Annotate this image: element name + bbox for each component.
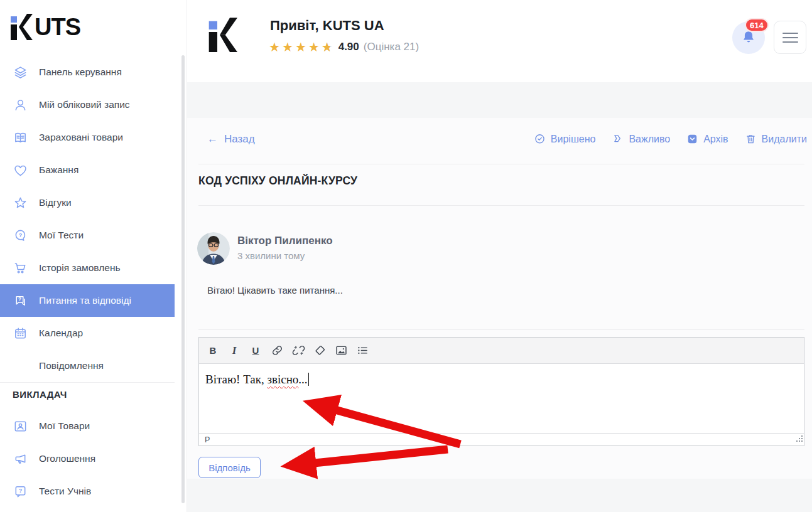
underline-button[interactable]: U [247,342,264,360]
qa-bubbles-icon: ? [13,293,28,308]
sidebar-teacher-nav: Мої Товари Оголошення ? Тести Учнів [0,410,175,508]
thread-panel: ← Назад Вирішено Важливо Архів [187,118,812,479]
sidebar-item-order-history[interactable]: Історія замовлень [0,252,175,284]
editor-text-area[interactable]: Вітаю! Так, звісно... [199,364,804,433]
divider [198,329,804,330]
greeting-prefix: Привіт, [270,18,319,33]
sidebar-item-wishlist[interactable]: Бажання [0,154,175,186]
account-avatar[interactable] [207,17,242,52]
reply-button[interactable]: Відповідь [198,457,261,478]
calendar-icon [13,326,28,341]
half-star-icon [322,40,333,54]
sidebar-item-label: Відгуки [39,197,72,208]
eraser-icon [313,344,327,357]
rating: 4.90 (Оцінка 21) [269,40,419,54]
reply-button-label: Відповідь [208,462,250,473]
hamburger-menu-button[interactable] [774,21,806,54]
sidebar-item-label: Бажання [39,164,78,176]
bullet-list-button[interactable] [354,342,371,360]
greeting: Привіт, KUTS UA [270,18,384,34]
divider [198,164,804,164]
sidebar-item-questions-answers[interactable]: ? Питання та відповіді [0,284,175,317]
sidebar-item-label: Мої Тести [39,230,84,241]
delete-label: Видалити [762,134,807,145]
no-icon [13,358,28,373]
archive-label: Архів [703,134,728,145]
hamburger-icon [782,33,798,34]
divider [198,205,804,206]
image-icon [335,344,348,357]
bold-button[interactable]: B [204,342,222,360]
star-icon [282,40,293,54]
sidebar-item-account[interactable]: Мій обліковий запис [0,88,175,121]
star-icon [269,40,280,54]
sidebar-item-student-tests[interactable]: ? Тести Учнів [0,475,175,508]
comment-text: Вітаю! Цікавить таке питання... [207,285,343,296]
check-circle-icon [534,133,546,145]
delete-button[interactable]: Видалити [745,133,807,145]
cart-icon [13,260,28,275]
heart-icon [13,163,28,178]
sidebar-item-calendar[interactable]: Календар [0,317,175,349]
resize-grip-icon[interactable] [795,435,803,445]
sidebar-item-announcements[interactable]: Оголошення [0,442,175,475]
text-cursor [308,373,310,386]
sidebar-item-enrolled[interactable]: Зараховані товари [0,121,175,154]
insert-image-button[interactable] [332,342,350,360]
back-arrow-icon: ← [207,133,218,146]
editor-text-before: Вітаю! Так, [205,373,268,386]
editor-status-bar: P [199,433,804,445]
svg-text:?: ? [18,488,22,494]
sidebar-divider [0,382,175,383]
remove-link-button[interactable] [290,342,307,360]
notification-count-badge: 614 [745,18,769,32]
id-card-icon [13,419,28,434]
main-content: ← Назад Вирішено Важливо Архів [187,82,812,512]
sidebar-item-label: Мої Товари [39,420,90,432]
back-link[interactable]: ← Назад [207,133,255,146]
sidebar-item-label: Мій обліковий запис [39,99,130,110]
important-button[interactable]: Важливо [612,133,670,145]
app-screen: UTS Панель керування Мій обліковий запис… [0,0,812,512]
reply-editor: B I U [198,337,804,446]
important-label: Важливо [629,134,670,145]
sidebar-item-my-tests[interactable]: ? Мої Тести [0,219,175,252]
svg-text:?: ? [18,232,22,238]
sidebar-nav: Панель керування Мій обліковий запис Зар… [0,56,175,382]
sidebar-scrollbar[interactable] [181,55,185,503]
rating-count: (Оцінка 21) [364,41,419,53]
list-icon [356,344,369,357]
sidebar-item-label: Питання та відповіді [39,295,131,306]
sidebar-item-label: Оголошення [39,453,95,464]
editor-text-after: ... [298,373,307,386]
layers-icon [13,65,28,80]
archive-icon [686,133,698,145]
sidebar-item-messages[interactable]: Повідомлення [0,349,175,382]
sidebar-item-label: Календар [39,328,83,339]
unlink-icon [292,344,305,357]
trash-icon [745,133,757,145]
sidebar-item-label: Повідомлення [39,360,104,371]
sidebar-item-reviews[interactable]: Відгуки [0,186,175,219]
sidebar-item-dashboard[interactable]: Панель керування [0,56,175,88]
brand-logo[interactable]: UTS [11,14,80,43]
book-icon [13,130,28,145]
sidebar: UTS Панель керування Мій обліковий запис… [0,0,187,512]
archive-button[interactable]: Архів [686,133,728,145]
user-icon [13,97,28,112]
italic-button[interactable]: I [225,342,243,360]
insert-link-button[interactable] [268,342,286,360]
comment-author: Віктор Пилипенко [237,235,333,247]
kuts-k-mark-icon [207,17,242,52]
page-header: Привіт, KUTS UA 4.90 (Оцінка 21) 614 [187,0,812,82]
greeting-name: KUTS UA [323,18,384,33]
resolve-button[interactable]: Вирішено [534,133,596,145]
sidebar-item-label: Тести Учнів [39,486,91,497]
sidebar-item-label: Історія замовлень [39,262,121,274]
editor-text-misspelled: звісно [268,373,299,386]
editor-element-path: P [205,435,210,444]
sidebar-item-my-products[interactable]: Мої Товари [0,410,175,442]
sidebar-item-label: Панель керування [39,67,122,78]
clear-format-button[interactable] [311,342,328,360]
chat-question-icon: ? [13,228,28,243]
